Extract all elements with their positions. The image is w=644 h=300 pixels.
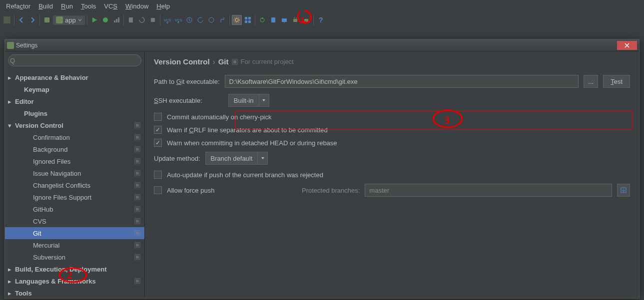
tree-label: GitHub [33,206,134,213]
cherry-pick-checkbox[interactable] [154,113,162,121]
profile-icon[interactable] [111,15,121,25]
close-button[interactable] [617,41,637,50]
app-icon [7,42,14,49]
history-icon[interactable] [184,15,194,25]
svg-rect-21 [282,18,287,22]
tree-label: Appearance & Behavior [15,74,140,81]
close-icon [625,43,630,48]
vcs-commit-icon[interactable]: VCS [173,15,183,25]
breadcrumb-separator: › [213,57,215,66]
toolbar-icon[interactable] [2,15,12,25]
run-config-selector[interactable]: app [53,15,85,25]
svg-rect-39 [136,184,139,187]
vcs-icon[interactable] [217,15,227,25]
tree-item-plugins[interactable]: Plugins [5,107,144,119]
main-menu-bar: RefactorBuildRunToolsVCSWindowHelp [0,0,644,12]
tree-label: Plugins [24,110,140,117]
update-method-dropdown[interactable]: Branch default [205,152,268,165]
refresh-icon[interactable] [137,15,147,25]
tree-item-appearance-behavior[interactable]: ▸Appearance & Behavior [5,71,144,83]
vcs-update-icon[interactable]: VCS [162,15,172,25]
protected-branches-input[interactable] [365,184,612,197]
tree-item-build-execution-deployment[interactable]: ▸Build, Execution, Deployment [5,263,144,275]
expand-button[interactable] [617,184,630,197]
detached-checkbox[interactable] [154,139,162,147]
help-icon[interactable]: ? [316,15,326,25]
tree-item-keymap[interactable]: Keymap [5,83,144,95]
tree-item-cvs[interactable]: CVS [5,215,144,227]
tree-item-subversion[interactable]: Subversion [5,251,144,263]
tree-item-issue-navigation[interactable]: Issue Navigation [5,167,144,179]
autoupdate-checkbox[interactable] [154,171,162,179]
tree-label: Tools [15,290,140,297]
git-path-input[interactable] [225,75,579,88]
stop-icon[interactable] [148,15,158,25]
dialog-titlebar[interactable]: Settings [5,39,639,51]
svg-rect-5 [116,19,117,22]
run-icon[interactable] [89,15,99,25]
project-scope-icon [134,122,140,128]
tree-item-ignored-files[interactable]: Ignored Files [5,155,144,167]
svg-point-23 [294,17,295,18]
tree-item-github[interactable]: GitHub [5,203,144,215]
toolbar-separator [255,15,255,25]
tree-item-background[interactable]: Background [5,143,144,155]
menu-refactor[interactable]: Refactor [2,1,34,11]
force-push-label: Allow force push [167,187,297,194]
svg-rect-17 [245,20,247,23]
tree-item-languages-frameworks[interactable]: ▸Languages & Frameworks [5,275,144,287]
force-push-checkbox[interactable] [154,186,162,194]
settings-search-input[interactable] [8,54,141,66]
avd-icon[interactable] [268,15,278,25]
sdk-icon[interactable] [279,15,289,25]
main-toolbar: app VCS VCS ? [0,12,644,28]
update-method-row: Update method: Branch default [154,152,630,165]
android-icon [56,16,63,23]
crlf-checkbox[interactable] [154,126,162,134]
attach-icon[interactable] [126,15,136,25]
svg-text:?: ? [319,16,323,23]
menu-run[interactable]: Run [57,1,77,11]
tree-item-editor[interactable]: ▸Editor [5,95,144,107]
project-scope-icon [134,278,140,284]
tree-item-git[interactable]: Git [5,227,144,239]
svg-rect-4 [114,20,115,22]
android-robot-icon[interactable] [301,15,311,25]
ssh-label: SSH executable: [154,97,202,104]
menu-vcs[interactable]: VCS [100,1,121,11]
svg-text:VCS: VCS [164,18,171,22]
android-robot-icon[interactable] [290,15,300,25]
project-scope-icon [134,134,140,140]
tree-label: Ignored Files [33,158,134,165]
menu-window[interactable]: Window [121,1,152,11]
chevron-down-icon [262,98,266,102]
sync-icon[interactable] [257,15,267,25]
svg-rect-43 [136,208,139,211]
svg-rect-16 [248,17,251,19]
module-icon[interactable] [42,15,52,25]
settings-icon[interactable] [232,15,242,25]
tree-item-changelist-conflicts[interactable]: Changelist Conflicts [5,179,144,191]
back-icon[interactable] [16,15,26,25]
tree-item-confirmation[interactable]: Confirmation [5,131,144,143]
tree-item-version-control[interactable]: ▾Version Control [5,119,144,131]
menu-tools[interactable]: Tools [77,1,100,11]
autoupdate-row: Auto-update if push of the current branc… [154,171,630,179]
test-button[interactable]: Test [603,75,630,88]
settings-content: Version Control › Git For current projec… [145,51,639,298]
project-scope-icon [134,158,140,164]
tree-item-ignore-files-support[interactable]: Ignore Files Support [5,191,144,203]
browse-button[interactable]: ... [584,75,598,88]
detached-row: Warn when committing in detached HEAD or… [154,139,630,147]
menu-help[interactable]: Help [152,1,174,11]
push-icon[interactable] [206,15,216,25]
revert-icon[interactable] [195,15,205,25]
ssh-dropdown[interactable]: Built-in [228,94,269,107]
forward-icon[interactable] [27,15,37,25]
debug-icon[interactable] [100,15,110,25]
menu-build[interactable]: Build [34,1,57,11]
toolbar-separator [87,15,87,25]
tree-item-mercurial[interactable]: Mercurial [5,239,144,251]
project-structure-icon[interactable] [243,15,253,25]
tree-item-tools[interactable]: ▸Tools [5,287,144,298]
